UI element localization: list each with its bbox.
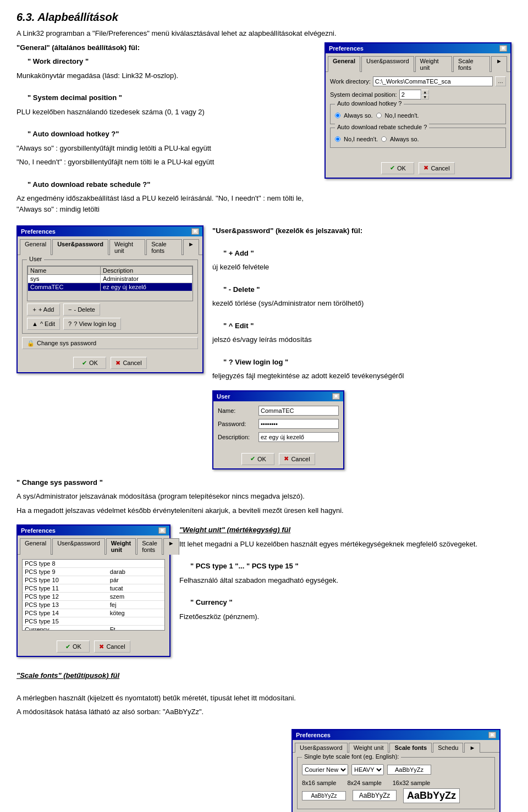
dialog1-ok-btn[interactable]: ✔ OK bbox=[381, 162, 414, 174]
tab3-userpass[interactable]: User&password bbox=[52, 538, 105, 555]
tab3-general[interactable]: General bbox=[20, 538, 51, 555]
weight-unit-heading: "Weight unit" (mértékegység) fül bbox=[179, 524, 512, 535]
tab3-weightunit[interactable]: Weight unit bbox=[106, 538, 136, 555]
tab-general[interactable]: General bbox=[328, 56, 360, 72]
dialog4-close-btn[interactable]: ✖ bbox=[488, 732, 496, 738]
weight-dropdown[interactable]: HEAVY bbox=[351, 764, 384, 775]
password-field-label: Password: bbox=[218, 421, 256, 427]
weight-row[interactable]: PCS type 9 darab bbox=[23, 568, 164, 576]
scale-fonts-text2: A módosítások hatása látható az alsó sor… bbox=[16, 706, 512, 717]
tab3-scalefonts[interactable]: Scale fonts bbox=[137, 538, 162, 555]
dialog3-cancel-btn[interactable]: ✖ Cancel bbox=[94, 640, 130, 653]
auto-hotkey-text: "Always so" : gyorsbillentyűfájlt mindig… bbox=[16, 143, 316, 154]
description-input[interactable] bbox=[258, 432, 339, 442]
name-field-label: Name: bbox=[218, 407, 256, 414]
weight-type-9: Currency bbox=[23, 626, 108, 631]
font-dropdown[interactable]: Courier New bbox=[302, 764, 348, 775]
user-dialog-close-btn[interactable]: ✖ bbox=[332, 393, 340, 400]
work-dir-browse-btn[interactable]: … bbox=[495, 76, 506, 86]
preferences-dialog-3: Preferences ✖ General User&password Weig… bbox=[16, 524, 170, 657]
user-cancel-btn[interactable]: ✖ Cancel bbox=[279, 453, 315, 465]
table-row[interactable]: sys Administrator bbox=[28, 275, 193, 283]
user-cancel-icon: ✖ bbox=[284, 455, 289, 462]
change-pwd-heading: " Change sys password " bbox=[16, 477, 512, 488]
ok-icon: ✔ bbox=[390, 164, 395, 172]
dialog3-close-btn[interactable]: ✖ bbox=[158, 527, 166, 534]
tab2-more[interactable]: ► bbox=[183, 239, 199, 255]
edit-btn[interactable]: ▲ ^ Edit bbox=[27, 318, 60, 330]
weight-row[interactable]: Currency Ft bbox=[23, 626, 164, 631]
dialog2-cancel-btn[interactable]: ✖ Cancel bbox=[111, 357, 146, 369]
weight-row[interactable]: PCS type 14 köteg bbox=[23, 609, 164, 617]
dialog2-close-btn[interactable]: ✖ bbox=[191, 228, 199, 235]
tab4-weightunit[interactable]: Weight unit bbox=[349, 743, 389, 753]
user-ok-btn[interactable]: ✔ OK bbox=[241, 453, 274, 465]
sys-decimal-input[interactable] bbox=[399, 90, 421, 100]
tab-weightunit[interactable]: Weight unit bbox=[415, 56, 452, 72]
radio-always-so2-label: Always so. bbox=[390, 136, 419, 142]
tab-userpass[interactable]: User&password bbox=[361, 56, 414, 72]
weight-row[interactable]: PCS type 15 bbox=[23, 617, 164, 626]
work-dir-input[interactable] bbox=[373, 76, 493, 86]
scale-fonts-text: A mérlegben használt (kijelzett és nyomt… bbox=[16, 693, 512, 704]
viewlog-btn[interactable]: ? ? View login log bbox=[63, 318, 121, 330]
table-row-selected[interactable]: CommaTEC ez egy új kezelő bbox=[28, 283, 193, 291]
radio-always-so2[interactable] bbox=[381, 136, 387, 142]
tab2-scalefonts[interactable]: Scale fonts bbox=[146, 239, 182, 255]
name-input[interactable] bbox=[258, 406, 339, 416]
delete-btn[interactable]: − - Delete bbox=[63, 303, 100, 316]
weight-row[interactable]: PCS type 12 szem bbox=[23, 593, 164, 601]
ok-label: OK bbox=[397, 165, 406, 172]
sys-decimal-field-label: System decimal position: bbox=[330, 91, 397, 98]
dialog4-title: Preferences bbox=[296, 732, 331, 738]
cell-desc-2: ez egy új kezelő bbox=[101, 283, 193, 291]
tab4-more[interactable]: ► bbox=[464, 743, 480, 753]
work-dir-field-label: Work directory: bbox=[330, 78, 371, 85]
dialog4-tabs: User&password Weight unit Scale fonts Sc… bbox=[293, 740, 499, 753]
weight-row[interactable]: PCS type 11 tucat bbox=[23, 584, 164, 593]
scale-fonts-heading: "Scale fonts" (betűtípusok) fül bbox=[16, 670, 512, 681]
weight-row[interactable]: PCS type 8 bbox=[23, 560, 164, 568]
sys-decimal-text: PLU kezelőben használandó tizedesek szám… bbox=[16, 107, 316, 118]
tab4-scalefonts[interactable]: Scale fonts bbox=[389, 743, 432, 753]
auto-hotkey-heading: " Auto download hotkey ?" bbox=[28, 129, 316, 140]
tab2-userpass[interactable]: User&password bbox=[52, 239, 108, 255]
tab-scalefonts[interactable]: Scale fonts bbox=[453, 56, 490, 72]
tab2-general[interactable]: General bbox=[20, 239, 51, 255]
viewlog-desc-label: " ? View login log " bbox=[223, 357, 512, 368]
user-dialog-titlebar: User ✖ bbox=[213, 391, 343, 401]
tab3-more[interactable]: ► bbox=[163, 538, 179, 555]
password-input[interactable] bbox=[258, 419, 339, 429]
dialog3-title: Preferences bbox=[21, 527, 56, 534]
radio-no-neednt2[interactable] bbox=[335, 136, 340, 142]
add-btn[interactable]: + + Add bbox=[27, 303, 60, 316]
sys-decimal-spinbox[interactable]: ▲ ▼ bbox=[399, 90, 429, 100]
sys-decimal-heading: " System decimal position " bbox=[28, 92, 316, 103]
dialog1-cancel-btn[interactable]: ✖ Cancel bbox=[419, 162, 454, 174]
radio-always-so[interactable] bbox=[335, 113, 340, 118]
radio-no-neednt1[interactable] bbox=[376, 113, 382, 118]
cell-name: sys bbox=[28, 275, 101, 283]
weight-row[interactable]: PCS type 13 fej bbox=[23, 601, 164, 609]
tab4-schedu[interactable]: Schedu bbox=[433, 743, 463, 753]
currency-heading: " Currency " bbox=[190, 597, 512, 608]
spinbox-down-btn[interactable]: ▼ bbox=[421, 95, 429, 100]
tab2-weightunit[interactable]: Weight unit bbox=[109, 239, 145, 255]
weight-table: PCS type 8 PCS type 9 darab PCS type 10 … bbox=[23, 560, 164, 631]
change-pwd-btn[interactable]: 🔒 Change sys password bbox=[22, 337, 198, 349]
cancel2-label: Cancel bbox=[123, 360, 141, 366]
tab4-userpass[interactable]: User&password bbox=[295, 743, 348, 753]
radio-no-neednt2-label: No,I needn't. bbox=[344, 136, 378, 142]
weight-row[interactable]: PCS type 10 pár bbox=[23, 576, 164, 584]
dialog3-ok-btn[interactable]: ✔ OK bbox=[57, 640, 90, 653]
cancel-icon: ✖ bbox=[424, 164, 428, 172]
dialog2-ok-btn[interactable]: ✔ OK bbox=[73, 357, 106, 369]
weight-val-1 bbox=[108, 560, 164, 568]
spinbox-up-btn[interactable]: ▲ bbox=[421, 90, 429, 95]
rebate-group-title: Auto download rebate schedule ? bbox=[335, 124, 429, 130]
tab-more[interactable]: ► bbox=[491, 56, 507, 72]
currency-text: Fizetőeszköz (pénznem). bbox=[179, 611, 512, 622]
user-cancel-label: Cancel bbox=[291, 456, 310, 462]
rebate-text: Az engedmény időszakbeállítást lásd a PL… bbox=[16, 193, 316, 214]
dialog1-close-btn[interactable]: ✖ bbox=[499, 45, 507, 52]
